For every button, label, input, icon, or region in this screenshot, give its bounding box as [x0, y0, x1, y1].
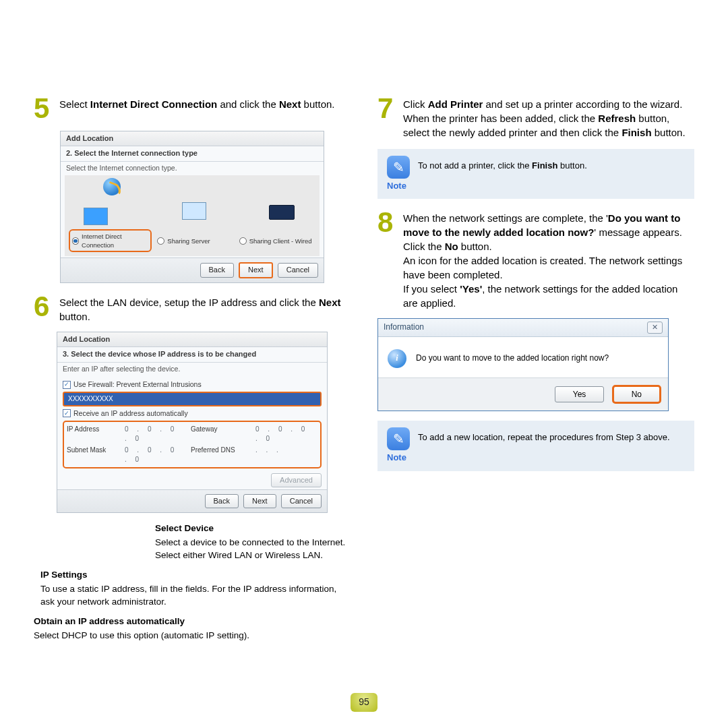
step-8: 8 When the network settings are complete… — [377, 208, 694, 310]
info-icon: i — [388, 349, 406, 368]
step-text: When the network settings are complete, … — [403, 208, 694, 310]
back-button[interactable]: Back — [205, 494, 239, 508]
radio-internet-direct[interactable]: Internet Direct Connection — [69, 229, 152, 253]
window-step-label: 2. Select the Internet connection type — [61, 146, 324, 161]
radio-sharing-client[interactable]: Sharing Client - Wired — [239, 229, 315, 253]
step-number: 6 — [34, 293, 54, 321]
gateway-label: Gateway — [191, 425, 251, 444]
no-button[interactable]: No — [612, 385, 661, 404]
pc-icon — [81, 208, 111, 225]
ip-fields: IP Address0 . 0 . 0 . 0 Gateway0 . 0 . 0… — [63, 421, 322, 468]
gateway-value[interactable]: 0 . 0 . 0 . 0 — [255, 425, 317, 444]
ip-address-label: IP Address — [67, 425, 121, 444]
step-number: 7 — [377, 94, 398, 123]
device-select[interactable]: XXXXXXXXXX — [63, 392, 322, 406]
window-title: Add Location — [61, 131, 324, 146]
step-6: 6 Select the LAN device, setup the IP ad… — [34, 293, 351, 324]
page-number: 95 — [351, 693, 377, 712]
ie-icon — [97, 178, 127, 195]
cancel-button[interactable]: Cancel — [281, 494, 322, 508]
step-number: 8 — [377, 208, 398, 237]
step-text: Click Add Printer and set up a printer a… — [403, 94, 694, 140]
step-text: Select the LAN device, setup the IP addr… — [59, 293, 351, 324]
callout-select-device-text: Select a device to be connected to the I… — [155, 537, 351, 562]
step-5: 5 Select Internet Direct Connection and … — [34, 94, 351, 123]
note-label: Note — [387, 180, 410, 192]
note-text: To add a new location, repeat the proced… — [418, 427, 685, 444]
callout-auto-ip-heading: Obtain an IP address automatically — [34, 615, 351, 628]
auto-ip-checkbox[interactable]: ✓Receive an IP address automatically — [63, 408, 322, 419]
ip-address-value[interactable]: 0 . 0 . 0 . 0 — [125, 425, 187, 444]
advanced-button[interactable]: Advanced — [271, 473, 322, 487]
window-hint: Enter an IP after selecting the device. — [57, 363, 327, 375]
radio-sharing-server[interactable]: Sharing Server — [157, 229, 233, 253]
cancel-button[interactable]: Cancel — [278, 263, 318, 277]
callout-ip-settings-heading: IP Settings — [40, 569, 351, 582]
step-text: Select Internet Direct Connection and cl… — [59, 94, 351, 111]
right-column: 7 Click Add Printer and set up a printer… — [377, 94, 694, 649]
dialog-title: Information — [384, 322, 424, 333]
subnet-mask-label: Subnet Mask — [67, 446, 121, 464]
callout-auto-ip-text: Select DHCP to use this option (automati… — [34, 630, 351, 642]
note-box-2: ✎ Note To add a new location, repeat the… — [377, 421, 694, 471]
preferred-dns-value[interactable]: . . . — [255, 446, 317, 464]
close-icon[interactable]: ✕ — [647, 322, 663, 333]
add-location-window-1: Add Location 2. Select the Internet conn… — [60, 131, 324, 283]
callouts: Select Device Select a device to be conn… — [40, 522, 351, 642]
left-column: 5 Select Internet Direct Connection and … — [34, 94, 351, 649]
note-label: Note — [387, 452, 410, 464]
note-box-1: ✎ Note To not add a printer, click the F… — [377, 149, 694, 199]
callout-select-device-heading: Select Device — [155, 522, 351, 535]
step-7: 7 Click Add Printer and set up a printer… — [377, 94, 694, 140]
pencil-icon: ✎ — [387, 427, 410, 450]
pc-icon — [179, 202, 209, 220]
note-text: To not add a printer, click the Finish b… — [418, 156, 685, 172]
next-button[interactable]: Next — [243, 494, 276, 508]
yes-button[interactable]: Yes — [555, 386, 605, 403]
pencil-icon: ✎ — [387, 156, 410, 179]
window-step-label: 3. Select the device whose IP address is… — [57, 347, 327, 362]
dialog-message: Do you want to move to the added locatio… — [416, 353, 609, 364]
laptop-icon — [267, 205, 297, 220]
information-dialog: Information ✕ i Do you want to move to t… — [377, 318, 669, 411]
window-hint: Select the Internet connection type. — [61, 162, 324, 175]
callout-ip-settings-text: To use a static IP address, fill in the … — [40, 583, 351, 609]
step-number: 5 — [34, 94, 54, 123]
manual-page: 5 Select Internet Direct Connection and … — [0, 0, 728, 728]
back-button[interactable]: Back — [200, 263, 234, 277]
network-diagram: Internet Direct Connection Sharing Serve… — [65, 175, 320, 256]
next-button[interactable]: Next — [239, 262, 273, 278]
subnet-mask-value[interactable]: 0 . 0 . 0 . 0 — [125, 446, 187, 464]
add-location-window-2: Add Location 3. Select the device whose … — [57, 332, 328, 514]
preferred-dns-label: Preferred DNS — [191, 446, 251, 464]
firewall-checkbox[interactable]: ✓Use Firewall: Prevent External Intrusio… — [63, 380, 322, 390]
window-title: Add Location — [57, 332, 327, 347]
